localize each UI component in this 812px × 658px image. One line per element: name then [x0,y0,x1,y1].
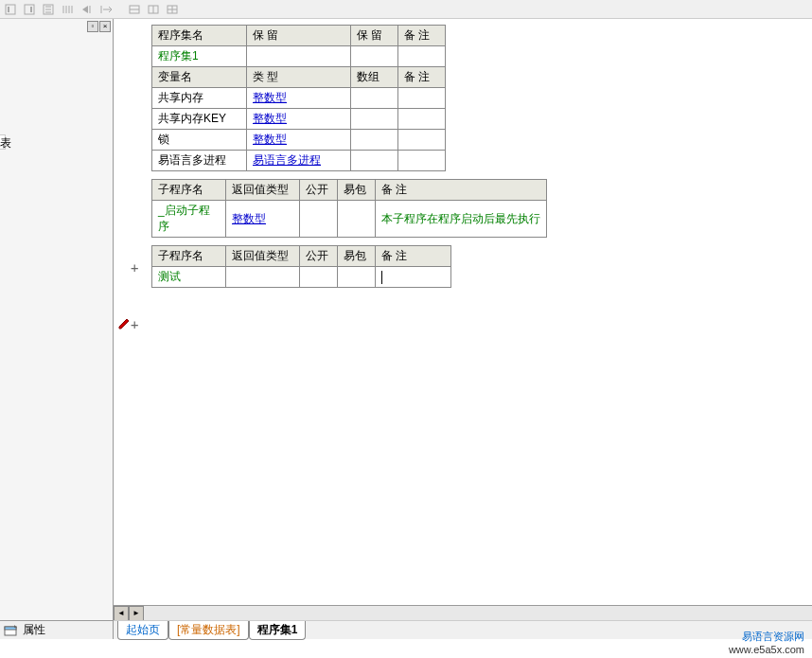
toolbar-icon-4[interactable] [60,2,77,17]
header-public: 公开 [300,246,338,267]
cell[interactable] [398,88,446,109]
header-keep2: 保 留 [351,26,398,46]
toolbar-icon-9[interactable] [164,2,181,17]
subroutine-table-2: 子程序名 返回值类型 公开 易包 备 注 测试 [151,245,451,288]
text-cursor [381,271,382,284]
expand-marker-icon[interactable]: + [131,317,138,332]
toolbar-icon-7[interactable] [126,2,143,17]
var-type-cell[interactable]: 整数型 [247,109,351,130]
cell[interactable] [300,201,338,238]
toolbar-icon-2[interactable] [22,2,39,17]
header-note: 备 注 [376,246,451,267]
sub-row[interactable]: 测试 [152,267,451,288]
cell[interactable] [247,46,351,67]
toolbar-icon-6[interactable] [97,2,115,17]
left-stub-label: 表 [0,134,6,150]
cell[interactable] [398,151,446,171]
assembly-table: 程序集名 保 留 保 留 备 注 程序集1 变量名 类 型 数组 备 注 [151,25,446,171]
header-array: 数组 [351,67,398,88]
header-return-type: 返回值类型 [226,246,300,267]
properties-tab[interactable]: 属性 [0,620,113,639]
svg-rect-1 [8,7,9,12]
header-var-name: 变量名 [152,67,247,88]
scroll-right-icon[interactable]: ► [129,606,144,621]
return-type-cell[interactable]: 整数型 [226,201,300,238]
note-cell[interactable]: 本子程序在程序启动后最先执行 [376,201,547,238]
header-keep1: 保 留 [247,26,351,46]
header-note: 备 注 [398,67,446,88]
cell[interactable] [338,201,376,238]
left-panel-content: ▫ × 表 [0,19,113,620]
header-note: 备 注 [376,180,547,201]
svg-rect-2 [25,5,34,14]
var-row[interactable]: 锁 整数型 [152,130,446,151]
header-assembly-name: 程序集名 [152,26,247,46]
top-toolbar [0,0,812,19]
code-editor[interactable]: 程序集名 保 留 保 留 备 注 程序集1 变量名 类 型 数组 备 注 [114,19,812,605]
toolbar-icon-3[interactable] [41,2,58,17]
var-type-cell[interactable]: 整数型 [247,88,351,109]
cell[interactable] [351,130,398,151]
var-name-cell[interactable]: 共享内存KEY [152,109,247,130]
editor-area: 程序集名 保 留 保 留 备 注 程序集1 变量名 类 型 数组 备 注 [114,19,812,639]
cell[interactable] [300,267,338,288]
cell[interactable] [351,88,398,109]
var-row[interactable]: 共享内存KEY 整数型 [152,109,446,130]
sub-name-cell[interactable]: _启动子程序 [152,201,226,238]
toolbar-icon-8[interactable] [145,2,162,17]
cell[interactable] [338,267,376,288]
toolbar-icon-5[interactable] [79,2,96,17]
expand-marker-icon[interactable]: + [131,260,138,276]
sub-row[interactable]: _启动子程序 整数型 本子程序在程序启动后最先执行 [152,201,547,238]
watermark-url: www.e5a5x.com [729,643,804,656]
var-type-cell[interactable]: 易语言多进程 [247,151,351,171]
header-type: 类 型 [247,67,351,88]
header-note: 备 注 [398,26,446,46]
svg-rect-3 [30,7,32,12]
cell[interactable] [351,46,398,67]
cell[interactable] [351,109,398,130]
panel-close-icon[interactable]: × [99,21,111,32]
var-row[interactable]: 易语言多进程 易语言多进程 [152,151,446,171]
tab-start-page[interactable]: 起始页 [117,621,168,640]
properties-icon [4,624,19,637]
var-name-cell[interactable]: 易语言多进程 [152,151,247,171]
scroll-left-icon[interactable]: ◄ [114,606,129,621]
cell[interactable] [398,46,446,67]
panel-restore-icon[interactable]: ▫ [87,21,98,32]
cell[interactable] [351,151,398,171]
assembly-name-cell[interactable]: 程序集1 [152,46,247,67]
var-row[interactable]: 共享内存 整数型 [152,88,446,109]
tab-constant-data[interactable]: [常量数据表] [168,621,249,640]
header-sub-name: 子程序名 [152,246,226,267]
document-tabs: 起始页 [常量数据表] 程序集1 [114,620,812,639]
subroutine-table-1: 子程序名 返回值类型 公开 易包 备 注 _启动子程序 整数型 本子程序在程序启… [151,179,547,238]
assembly-row[interactable]: 程序集1 [152,46,446,67]
panel-controls: ▫ × [86,21,111,32]
var-name-cell[interactable]: 锁 [152,130,247,151]
left-panel: ▫ × 表 属性 [0,19,114,639]
svg-rect-0 [6,5,15,14]
cell[interactable] [398,130,446,151]
toolbar-icon-1[interactable] [3,2,20,17]
scroll-track[interactable] [144,606,812,620]
horizontal-scrollbar[interactable]: ◄ ► [114,605,812,620]
var-name-cell[interactable]: 共享内存 [152,88,247,109]
properties-label: 属性 [23,622,45,638]
header-return-type: 返回值类型 [226,180,300,201]
header-package: 易包 [338,246,376,267]
toolbar-separator [116,2,124,17]
watermark-title: 易语言资源网 [729,630,804,643]
header-sub-name: 子程序名 [152,180,226,201]
header-public: 公开 [300,180,338,201]
sub-name-cell[interactable]: 测试 [152,267,226,288]
watermark: 易语言资源网 www.e5a5x.com [729,630,804,656]
cell[interactable] [226,267,300,288]
var-type-cell[interactable]: 整数型 [247,130,351,151]
edit-pencil-icon [117,317,131,330]
cell[interactable] [398,109,446,130]
main-area: ▫ × 表 属性 程序集名 保 留 保 留 备 注 程序集1 [0,19,812,639]
header-package: 易包 [338,180,376,201]
tab-assembly-1[interactable]: 程序集1 [249,621,307,640]
note-cell-active[interactable] [376,267,451,288]
